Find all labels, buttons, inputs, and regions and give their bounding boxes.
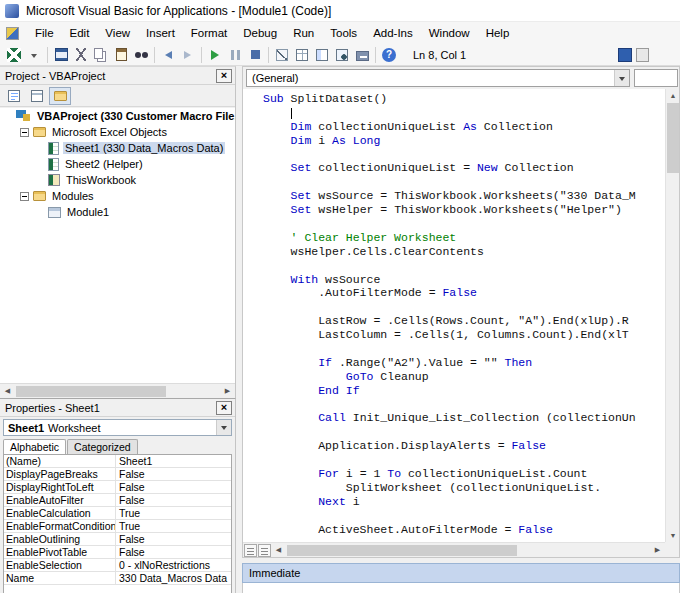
scroll-right-icon[interactable]: ▶ [220, 385, 235, 398]
properties-window-icon [316, 49, 328, 61]
module-window-icon[interactable] [6, 27, 19, 40]
tree-item-excel-objects[interactable]: Microsoft Excel Objects [0, 124, 235, 140]
menu-tools[interactable]: Tools [322, 24, 365, 42]
properties-panel-header[interactable]: Properties - Sheet1 × [0, 399, 235, 417]
break-button[interactable] [226, 46, 244, 64]
close-icon[interactable]: × [216, 401, 232, 415]
cut-button[interactable] [72, 46, 90, 64]
view-object-button[interactable] [26, 87, 48, 105]
menu-format[interactable]: Format [183, 24, 235, 42]
menu-insert[interactable]: Insert [138, 24, 183, 42]
menu-bar: File Edit View Insert Format Debug Run T… [0, 22, 680, 44]
toolbar-separator [201, 47, 202, 63]
menu-help[interactable]: Help [478, 24, 518, 42]
view-code-button[interactable] [3, 87, 25, 105]
undo-button[interactable] [159, 46, 177, 64]
project-panel-header[interactable]: Project - VBAProject × [0, 67, 235, 85]
tree-item-modules[interactable]: Modules [0, 188, 235, 204]
project-explorer-button[interactable] [293, 46, 311, 64]
menu-addins[interactable]: Add-Ins [365, 24, 421, 42]
project-panel-toolbar [0, 85, 235, 107]
immediate-window-body[interactable] [242, 583, 680, 593]
help-button[interactable]: ? [380, 46, 398, 64]
close-icon[interactable]: × [216, 69, 232, 83]
property-row[interactable]: Name330 Data_Macros Data [4, 572, 231, 585]
object-selector-combobox[interactable]: Sheet1 Worksheet [3, 419, 232, 436]
property-row[interactable]: EnableOutliningFalse [4, 533, 231, 546]
save-button[interactable] [52, 46, 70, 64]
tree-item-thisworkbook[interactable]: ThisWorkbook [0, 172, 235, 188]
object-combobox[interactable]: (General) [246, 69, 630, 87]
properties-window-button[interactable] [313, 46, 331, 64]
cursor-position-indicator: Ln 8, Col 1 [413, 49, 466, 61]
scroll-right-icon[interactable]: ▶ [650, 544, 665, 557]
dropdown-button[interactable] [614, 70, 629, 86]
paste-button[interactable] [112, 46, 130, 64]
scroll-thumb[interactable] [16, 386, 166, 397]
scroll-left-icon[interactable]: ◀ [0, 385, 15, 398]
toolbox-button[interactable] [353, 46, 371, 64]
find-button[interactable] [132, 46, 150, 64]
property-row[interactable]: EnableFormatConditionsCTrue [4, 520, 231, 533]
design-mode-button[interactable] [273, 46, 291, 64]
menu-file[interactable]: File [27, 24, 62, 42]
project-explorer-panel: Project - VBAProject × VBAProject (330 C… [0, 66, 236, 398]
scroll-track[interactable] [15, 385, 220, 398]
menu-edit[interactable]: Edit [62, 24, 98, 42]
property-row[interactable]: EnableAutoFilterFalse [4, 494, 231, 507]
scroll-up-icon[interactable]: ▲ [666, 89, 680, 102]
toolbar-separator [154, 47, 155, 63]
scroll-left-icon[interactable]: ◀ [271, 544, 286, 557]
scroll-down-icon[interactable]: ▼ [666, 529, 680, 542]
run-button[interactable] [206, 46, 224, 64]
immediate-window-header[interactable]: Immediate [242, 563, 680, 583]
property-row[interactable]: (Name)Sheet1 [4, 455, 231, 468]
property-row[interactable]: EnableSelection0 - xlNoRestrictions [4, 559, 231, 572]
tab-alphabetic[interactable]: Alphabetic [3, 439, 66, 454]
code-lines[interactable]: Sub SplitDataset() Dim collectionUniqueL… [263, 92, 665, 537]
vba-editor-window: Microsoft Visual Basic for Applications … [0, 0, 680, 593]
toggle-folders-button[interactable] [49, 87, 71, 105]
copy-button[interactable] [92, 46, 110, 64]
code-combo-bar: (General) [243, 67, 679, 89]
collapse-icon[interactable] [20, 192, 29, 201]
view-excel-button[interactable] [5, 46, 23, 64]
toolbar-extra-button-pressed[interactable] [618, 48, 632, 62]
toolbar-extra-button[interactable] [636, 48, 649, 62]
menu-debug[interactable]: Debug [235, 24, 285, 42]
reset-button[interactable] [246, 46, 264, 64]
worksheet-icon [48, 142, 59, 155]
tree-item-vbaproject[interactable]: VBAProject (330 Customer Macro File.) [0, 108, 235, 124]
full-module-view-button[interactable] [258, 544, 271, 557]
scroll-thumb[interactable] [667, 103, 679, 173]
tab-categorized[interactable]: Categorized [67, 439, 138, 454]
tree-item-module1[interactable]: Module1 [0, 204, 235, 220]
tree-item-sheet1[interactable]: Sheet1 (330 Data_Macros Data) [0, 140, 235, 156]
collapse-icon[interactable] [20, 128, 29, 137]
procedure-combobox[interactable] [634, 69, 678, 87]
insert-object-dropdown[interactable] [25, 46, 43, 64]
title-bar[interactable]: Microsoft Visual Basic for Applications … [0, 0, 680, 22]
scroll-track[interactable] [286, 544, 650, 557]
tree-item-sheet2[interactable]: Sheet2 (Helper) [0, 156, 235, 172]
toolbar-separator [47, 47, 48, 63]
procedure-view-button[interactable] [244, 544, 257, 557]
property-row[interactable]: EnableCalculationTrue [4, 507, 231, 520]
property-row[interactable]: EnablePivotTableFalse [4, 546, 231, 559]
dropdown-button[interactable] [216, 420, 231, 435]
menu-window[interactable]: Window [421, 24, 478, 42]
scroll-thumb[interactable] [287, 545, 517, 556]
menu-view[interactable]: View [97, 24, 138, 42]
object-browser-button[interactable] [333, 46, 351, 64]
properties-panel: Properties - Sheet1 × Sheet1 Worksheet A… [0, 398, 236, 593]
undo-icon [161, 51, 172, 59]
toolbox-icon [356, 51, 369, 61]
property-row[interactable]: DisplayPageBreaksFalse [4, 468, 231, 481]
code-window: (General) Sub SplitDataset() Dim collect… [242, 66, 680, 558]
redo-button[interactable] [179, 46, 197, 64]
project-horizontal-scrollbar[interactable]: ◀ ▶ [0, 383, 235, 398]
property-row[interactable]: DisplayRightToLeftFalse [4, 481, 231, 494]
menu-run[interactable]: Run [285, 24, 322, 42]
code-vertical-scrollbar[interactable]: ▲ ▼ [665, 89, 679, 542]
code-editor[interactable]: Sub SplitDataset() Dim collectionUniqueL… [243, 89, 665, 542]
